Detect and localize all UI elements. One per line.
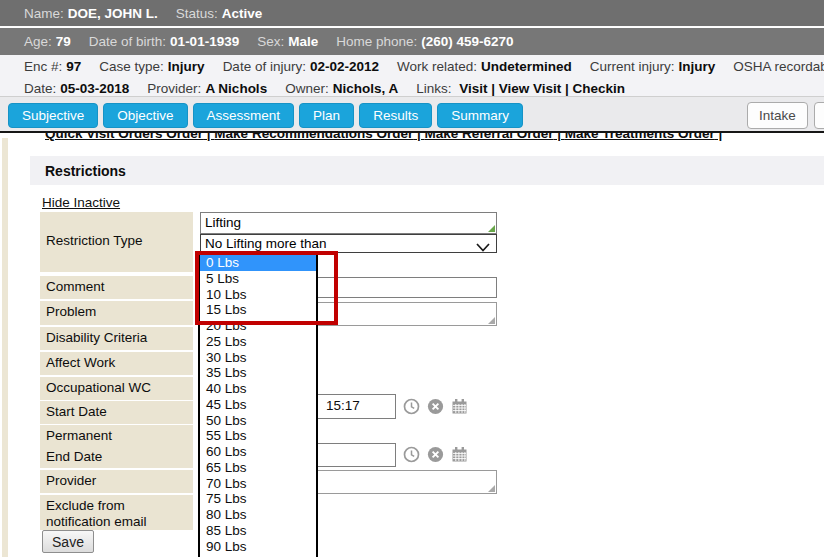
calendar-icon[interactable]	[451, 446, 468, 463]
banner-field: Sex:Male	[257, 34, 318, 49]
patient-banner-row2: Age:79Date of birth:01-01-1939Sex:MaleHo…	[0, 28, 824, 55]
clock-icon[interactable]	[403, 446, 420, 463]
left-accent-strip	[2, 138, 8, 557]
dropdown-option[interactable]: 85 Lbs	[200, 523, 316, 539]
restriction-category-value: Lifting	[205, 215, 241, 230]
order-link[interactable]: Quick Visit Orders Order	[45, 133, 214, 141]
form-field-label: Comment	[40, 276, 193, 299]
form-field-label: Disability Criteria	[40, 327, 193, 350]
dropdown-option[interactable]: 25 Lbs	[200, 334, 316, 350]
links-label: Links:	[416, 81, 451, 96]
banner-field: Date of birth:01-01-1939	[89, 34, 239, 49]
chevron-down-icon	[476, 240, 490, 255]
order-link[interactable]: Make Referral Order	[424, 133, 564, 141]
end-date-icons	[403, 446, 468, 463]
flow-button[interactable]: Intake	[747, 102, 808, 129]
encounter-field: Enc #:97	[24, 57, 81, 77]
encounter-field: Provider:A Nichols	[147, 79, 267, 99]
encounter-field: Date:05-03-2018	[24, 79, 129, 99]
visit-link[interactable]: Checkin	[561, 81, 625, 96]
encounter-field: Owner:Nichols, A	[285, 79, 398, 99]
form-field-label: Permanent	[40, 425, 193, 447]
encounter-field: Work related:Undetermined	[397, 57, 572, 77]
encounter-field: Date of injury:02-02-2012	[223, 57, 379, 77]
clear-date-icon[interactable]	[427, 446, 444, 463]
dropdown-option[interactable]: 55 Lbs	[200, 428, 316, 444]
resize-grip-icon[interactable]	[488, 485, 495, 492]
visit-links: VisitView VisitCheckin	[459, 81, 625, 96]
encounter-field: Current injury:Injury	[590, 57, 716, 77]
encounter-info-row2: Date:05-03-2018Provider:A NicholsOwner:N…	[0, 79, 824, 99]
dropdown-option[interactable]: 65 Lbs	[200, 460, 316, 476]
form-field-label: Restriction Type	[40, 212, 193, 272]
form-field-label: Problem	[40, 301, 193, 325]
banner-field: Status:Active	[176, 6, 263, 21]
encounter-info-area: Enc #:97Case type:InjuryDate of injury:0…	[0, 55, 824, 97]
form-field-label: Start Date	[40, 401, 193, 424]
encounter-field: Case type:Injury	[99, 57, 204, 77]
dropdown-option[interactable]: 45 Lbs	[200, 397, 316, 413]
annotation-red-rectangle	[195, 251, 338, 325]
form-field-label: Exclude from notification email	[40, 495, 193, 530]
dropdown-option[interactable]: 50 Lbs	[200, 413, 316, 429]
form-field-label: Affect Work	[40, 352, 193, 375]
orders-links: Quick Visit Orders OrderMake Recommendat…	[45, 133, 815, 141]
encounter-fields: Date:05-03-2018Provider:A NicholsOwner:N…	[24, 79, 398, 99]
dropdown-option[interactable]: 30 Lbs	[200, 350, 316, 366]
links-group: Links: VisitView VisitCheckin	[416, 79, 625, 99]
note-tab[interactable]: Objective	[103, 103, 187, 128]
note-tabs: SubjectiveObjectiveAssessmentPlanResults…	[8, 103, 523, 128]
note-tab[interactable]: Subjective	[8, 103, 98, 128]
save-button[interactable]: Save	[42, 530, 94, 553]
note-tab[interactable]: Assessment	[193, 103, 295, 128]
order-link[interactable]: Make Recommendations Order	[214, 133, 424, 141]
resize-grip-icon[interactable]	[488, 225, 495, 232]
form-field-label: Provider	[40, 470, 193, 493]
dropdown-option[interactable]: 80 Lbs	[200, 507, 316, 523]
visit-link[interactable]: Visit	[459, 81, 487, 96]
note-tab[interactable]: Results	[359, 103, 432, 128]
form-field-label: Occupational WC	[40, 377, 193, 400]
dropdown-option[interactable]: 60 Lbs	[200, 444, 316, 460]
hide-inactive-link[interactable]: Hide Inactive	[42, 195, 120, 210]
start-date-value: 15:17	[326, 398, 360, 413]
flow-button[interactable]: Nur	[814, 102, 824, 129]
restriction-category-textarea[interactable]: Lifting	[200, 212, 497, 234]
dropdown-option[interactable]: 90 Lbs	[200, 539, 316, 555]
banner-field: Home phone:(260) 459-6270	[336, 34, 513, 49]
note-tab[interactable]: Summary	[437, 103, 523, 128]
order-link[interactable]: Make Treatments Order	[565, 133, 723, 141]
encounter-info-row1: Enc #:97Case type:InjuryDate of injury:0…	[0, 57, 824, 77]
orders-links-row: Quick Visit Orders OrderMake Recommendat…	[45, 133, 815, 144]
dropdown-option[interactable]: 35 Lbs	[200, 365, 316, 381]
patient-banner-row1: Name:DOE, JOHN L.Status:Active	[0, 0, 824, 27]
visit-link[interactable]: View Visit	[487, 81, 561, 96]
note-tab-bar: SubjectiveObjectiveAssessmentPlanResults…	[0, 97, 824, 133]
resize-grip-icon[interactable]	[488, 317, 495, 324]
right-buttons: IntakeNur	[747, 102, 824, 129]
dropdown-option[interactable]: 40 Lbs	[200, 381, 316, 397]
calendar-icon[interactable]	[451, 398, 468, 415]
section-title: Restrictions	[45, 163, 126, 179]
form-field-label: End Date	[40, 446, 193, 468]
note-tab[interactable]: Plan	[299, 103, 354, 128]
banner-field: Age:79	[24, 34, 71, 49]
start-date-icons	[403, 398, 468, 415]
restriction-type-selected-value: No Lifting more than	[205, 236, 327, 251]
restrictions-section-header: Restrictions	[30, 156, 824, 185]
ehr-restrictions-screen: Name:DOE, JOHN L.Status:Active Age:79Dat…	[0, 0, 824, 557]
dropdown-option[interactable]: 75 Lbs	[200, 491, 316, 507]
encounter-field: OSHA recordable:No	[733, 57, 824, 77]
clock-icon[interactable]	[403, 398, 420, 415]
clear-date-icon[interactable]	[427, 398, 444, 415]
banner-field: Name:DOE, JOHN L.	[24, 6, 158, 21]
dropdown-option[interactable]: 70 Lbs	[200, 476, 316, 492]
